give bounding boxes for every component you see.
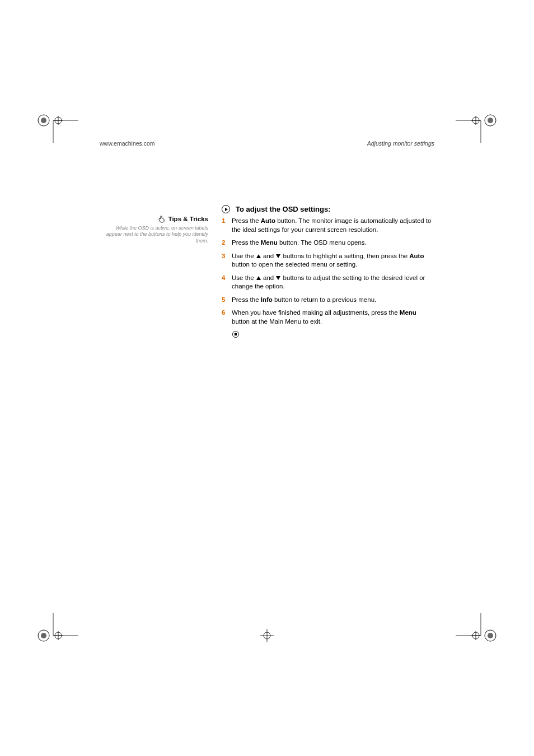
end-of-procedure-icon	[232, 330, 434, 338]
step-6: When you have finished making all adjust…	[222, 309, 434, 326]
procedure-block: To adjust the OSD settings: Press the Au…	[212, 205, 434, 338]
svg-point-15	[41, 633, 46, 638]
header-left-url: www.emachines.com	[100, 140, 155, 147]
print-registration-mark	[245, 613, 289, 658]
print-registration-mark	[34, 613, 78, 658]
play-icon	[222, 205, 230, 213]
procedure-heading: To adjust the OSD settings:	[222, 205, 434, 213]
tips-body-text: While the OSD is active, on-screen label…	[100, 225, 208, 244]
running-header: www.emachines.com Adjusting monitor sett…	[100, 140, 434, 149]
step-5: Press the Info button to return to a pre…	[222, 296, 434, 305]
triangle-down-icon	[276, 254, 280, 258]
print-registration-mark	[456, 613, 500, 658]
svg-point-1	[41, 118, 46, 123]
tips-heading: Tips & Tricks	[157, 214, 208, 223]
svg-rect-32	[235, 333, 237, 335]
step-4: Use the and buttons to adjust the settin…	[222, 274, 434, 291]
svg-point-22	[488, 633, 493, 638]
print-registration-mark	[34, 98, 78, 143]
triangle-up-icon	[256, 276, 261, 280]
triangle-up-icon	[256, 254, 261, 258]
step-3: Use the and buttons to highlight a setti…	[222, 252, 434, 269]
procedure-steps: Press the Auto button. The monitor image…	[222, 217, 434, 326]
step-1: Press the Auto button. The monitor image…	[222, 217, 434, 234]
pointing-hand-icon	[157, 214, 166, 223]
triangle-down-icon	[276, 276, 280, 280]
print-registration-mark	[456, 98, 500, 143]
tips-sidebar: Tips & Tricks While the OSD is active, o…	[100, 205, 212, 338]
procedure-title: To adjust the OSD settings:	[236, 205, 331, 213]
header-right-section: Adjusting monitor settings	[367, 140, 434, 147]
tips-label: Tips & Tricks	[168, 216, 208, 222]
step-2: Press the Menu button. The OSD menu open…	[222, 239, 434, 248]
svg-point-8	[488, 118, 493, 123]
